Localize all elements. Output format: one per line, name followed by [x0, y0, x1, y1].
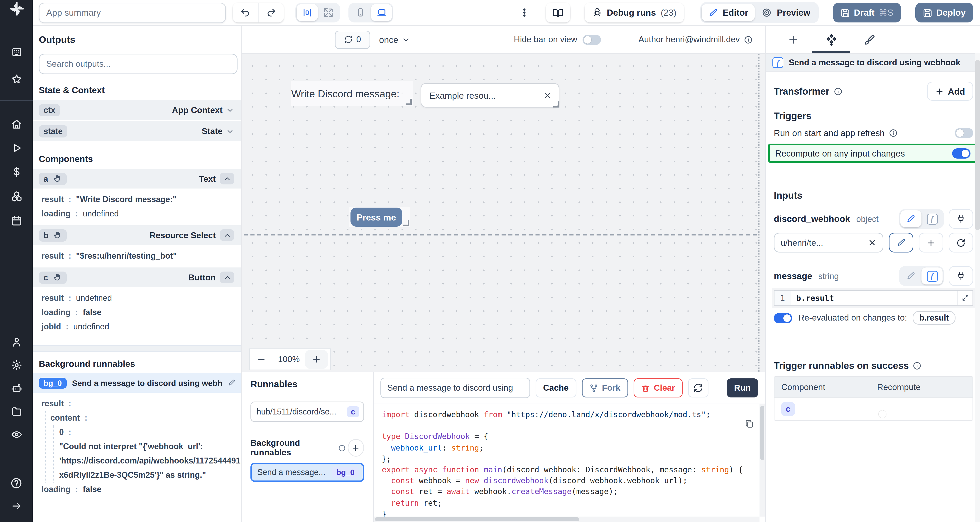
run-button[interactable]: Run — [727, 379, 758, 398]
canvas-text-component[interactable]: Write Discord message: — [291, 81, 413, 106]
code-horizontal-scrollbar[interactable] — [374, 517, 759, 522]
clear-x-icon[interactable] — [868, 238, 877, 247]
component-c-header[interactable]: c Button — [33, 267, 241, 287]
press-me-button[interactable]: Press me — [350, 208, 402, 227]
home-icon[interactable] — [0, 118, 33, 130]
draft-button[interactable]: Draft ⌘S — [833, 3, 901, 22]
connect-plug-button[interactable] — [949, 266, 973, 286]
runnable-item[interactable]: hub/1511/discord/se... c — [250, 401, 364, 422]
favorites-star-icon[interactable] — [0, 73, 33, 85]
eval-mode-button[interactable]: f — [921, 210, 943, 227]
edit-pencil-icon[interactable] — [228, 379, 235, 387]
redo-button[interactable] — [258, 3, 284, 22]
code-vertical-scrollbar[interactable] — [759, 404, 765, 517]
ctx-row[interactable]: ctx App Context — [33, 100, 241, 120]
copy-code-icon[interactable] — [745, 419, 754, 429]
bg0-row[interactable]: bg_0 Send a message to discord using web… — [33, 373, 241, 393]
tab-component-settings[interactable] — [812, 26, 850, 53]
resource-picker[interactable]: u/henri/te... — [774, 233, 883, 253]
message-expression-editor[interactable]: 1 b.result — [774, 290, 973, 306]
script-name-input[interactable] — [380, 378, 530, 398]
debug-runs-button[interactable]: Debug runs (23) — [584, 3, 684, 22]
right-panel-scrollbar[interactable] — [975, 53, 980, 522]
desktop-view-button[interactable] — [371, 4, 392, 21]
app-canvas[interactable]: Write Discord message: Example resou... … — [242, 54, 765, 372]
users-person-icon[interactable] — [0, 336, 33, 348]
refresh-code-button[interactable] — [688, 379, 708, 398]
schedules-calendar-icon[interactable] — [0, 214, 33, 227]
info-icon[interactable] — [889, 129, 898, 137]
zoom-out-button[interactable] — [250, 350, 273, 369]
deploy-button[interactable]: Deploy — [915, 3, 973, 22]
kebab-menu-icon[interactable] — [519, 8, 529, 18]
reeval-toggle[interactable] — [774, 313, 792, 323]
hide-bar-toggle[interactable] — [582, 35, 601, 45]
drag-hand-icon[interactable] — [53, 231, 62, 240]
hide-bar-label: Hide bar on view — [514, 35, 577, 44]
mobile-view-button[interactable] — [350, 4, 371, 21]
drag-hand-icon[interactable] — [53, 273, 62, 282]
clear-x-icon[interactable] — [543, 91, 552, 100]
zoom-in-button[interactable] — [305, 350, 328, 369]
resize-handle[interactable] — [403, 220, 409, 226]
fullscreen-layout-button[interactable] — [318, 4, 339, 21]
canvas-resource-select[interactable]: Example resou... — [421, 83, 559, 108]
variables-dollar-icon[interactable] — [0, 166, 33, 178]
drag-hand-icon[interactable] — [53, 174, 62, 183]
tab-styling[interactable] — [850, 26, 888, 53]
windmill-logo-icon[interactable] — [0, 3, 33, 15]
expand-editor-button[interactable] — [957, 291, 972, 305]
refresh-resource-button[interactable] — [949, 233, 973, 253]
static-mode-button[interactable] — [900, 267, 921, 285]
component-b-header[interactable]: b Resource Select — [33, 225, 241, 245]
search-outputs-input[interactable] — [39, 54, 237, 74]
connect-plug-button[interactable] — [949, 209, 973, 229]
settings-gear-icon[interactable] — [0, 359, 33, 371]
collapse-chevron-up-icon[interactable] — [220, 272, 234, 283]
workers-robot-icon[interactable] — [0, 382, 33, 394]
cache-button[interactable]: Cache — [536, 379, 576, 398]
collapse-chevron-up-icon[interactable] — [220, 229, 234, 241]
schedule-dropdown[interactable]: once — [379, 35, 410, 45]
tab-insert-component[interactable] — [774, 26, 812, 53]
run-on-start-toggle[interactable] — [955, 128, 973, 138]
prop-row: loading:undefined — [41, 207, 241, 221]
recompute-toggle[interactable] — [952, 148, 970, 158]
info-icon[interactable] — [913, 361, 922, 370]
state-row[interactable]: state State — [33, 121, 241, 141]
docs-book-button[interactable] — [546, 3, 570, 22]
chevron-down-icon[interactable] — [226, 127, 234, 135]
code-editor[interactable]: import discordwebhook from "https://deno… — [374, 404, 765, 522]
eval-mode-button[interactable]: f — [921, 267, 943, 285]
help-question-icon[interactable] — [0, 477, 33, 489]
app-summary-input[interactable] — [39, 3, 226, 23]
collapse-chevron-up-icon[interactable] — [220, 173, 234, 185]
edit-resource-button[interactable] — [889, 233, 913, 253]
add-bg-runnable-button[interactable] — [348, 439, 364, 457]
apps-icon[interactable] — [0, 46, 33, 58]
audit-eye-icon[interactable] — [0, 428, 33, 440]
info-icon[interactable] — [834, 87, 842, 96]
expand-rail-arrow-icon[interactable] — [0, 500, 33, 512]
folders-icon[interactable] — [0, 405, 33, 417]
resize-handle[interactable] — [553, 102, 559, 108]
undo-button[interactable] — [233, 3, 258, 22]
resize-handle[interactable] — [406, 99, 412, 105]
chevron-down-icon[interactable] — [226, 106, 234, 114]
add-transformer-button[interactable]: Add — [927, 82, 973, 101]
component-a-header[interactable]: a Text — [33, 169, 241, 188]
static-mode-button[interactable] — [900, 210, 921, 227]
reeval-dependency-pill[interactable]: b.result — [913, 311, 956, 325]
runs-play-icon[interactable] — [0, 142, 33, 154]
centered-layout-button[interactable] — [297, 4, 318, 21]
clear-button[interactable]: Clear — [633, 379, 682, 398]
tab-editor[interactable]: Editor — [702, 4, 755, 21]
info-icon[interactable] — [744, 35, 753, 44]
refresh-count-button[interactable]: 0 — [335, 30, 370, 49]
tab-preview[interactable]: Preview — [755, 4, 817, 21]
fork-button[interactable]: Fork — [582, 379, 628, 398]
panel-resizer[interactable] — [33, 345, 241, 352]
add-resource-button[interactable] — [919, 233, 943, 253]
bg-runnable-item-selected[interactable]: Send a message... bg_0 — [250, 463, 364, 482]
resources-cubes-icon[interactable] — [0, 190, 33, 202]
